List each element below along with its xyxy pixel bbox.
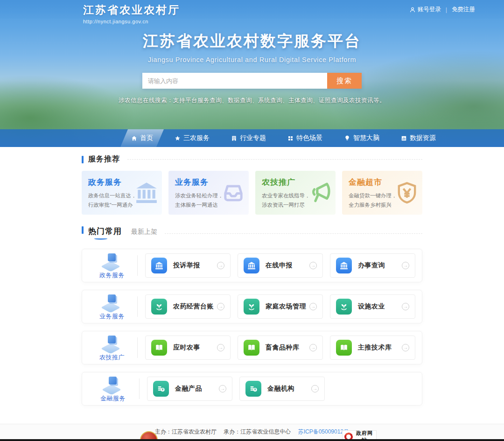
bank-icon	[247, 261, 256, 270]
svg-text:¥: ¥	[254, 388, 256, 391]
service-label: 设施农业	[358, 302, 402, 311]
nav-label: 行业专题	[240, 134, 266, 142]
vertical-divider	[137, 255, 138, 276]
hot-title[interactable]: 热门常用	[88, 226, 122, 240]
nav-label: 智慧大脑	[353, 134, 379, 142]
main-nav: 首页 三农服务 行业专题 特色场景 智慧大脑 数据资源	[0, 129, 504, 147]
bank-icon	[135, 181, 158, 204]
footer-organizer: 承办：江苏省农业信息中心	[224, 428, 291, 435]
search-bar: 搜索	[142, 73, 362, 89]
service-label: 畜禽品种库	[266, 343, 309, 352]
bank-icon	[155, 261, 163, 270]
hot-row-business: 业务服务 农药经营台账 → 家庭农场管理 → 设施农业 →	[82, 290, 422, 323]
category-label: 农技推广	[99, 353, 125, 362]
service-card-declare[interactable]: 在线申报 →	[238, 253, 323, 278]
nav-item-brain[interactable]: 智慧大脑	[333, 129, 390, 147]
footer-line1: 主办：江苏省农业农村厅 承办：江苏省农业信息中心 苏ICP备05009012号	[0, 428, 504, 436]
sprout-icon	[247, 302, 256, 311]
coins-yuan-icon: ¥	[157, 385, 165, 393]
category-finance: 金融服务	[89, 375, 137, 403]
service-card-livestock-db[interactable]: 畜禽品种库 →	[238, 336, 323, 360]
inbox-icon	[222, 181, 245, 204]
arrow-icon: →	[217, 262, 224, 269]
arrow-icon: →	[309, 344, 317, 351]
arrow-icon: →	[309, 262, 317, 269]
service-card-complaint[interactable]: 投诉举报 →	[145, 253, 231, 278]
svg-text:¥: ¥	[162, 388, 164, 391]
home-icon	[131, 135, 137, 141]
service-card-inquiry[interactable]: 办事查询 →	[330, 253, 415, 278]
service-card-family-farm[interactable]: 家庭农场管理 →	[238, 294, 323, 319]
shield-yuan-icon	[395, 181, 419, 204]
promo-card-finance[interactable]: 金融超市 金融贷款一键办理， 全力服务乡村振兴	[342, 171, 422, 215]
vertical-divider	[139, 378, 140, 399]
service-card-facility-agri[interactable]: 设施农业 →	[330, 294, 415, 319]
category-label: 金融服务	[100, 394, 126, 403]
service-label: 农药经营台账	[173, 302, 217, 311]
hot-section-header: 热门常用 最新上架	[82, 226, 422, 240]
book-icon	[155, 343, 163, 352]
nav-item-sannong[interactable]: 三农服务	[164, 129, 220, 147]
arrow-icon: →	[402, 262, 409, 269]
service-card-seasonal-farming[interactable]: 应时农事 →	[145, 336, 231, 360]
promo-card-agritech[interactable]: 农技推广 农业专家在线指导， 涉农资讯一网打尽	[255, 171, 336, 215]
recommend-title: 服务推荐	[88, 154, 120, 164]
nav-label: 首页	[140, 134, 153, 142]
hero-banner: 江苏省农业农村厅 http://nynct.jiangsu.gov.cn 账号登…	[0, 0, 504, 147]
hot-row-agritech: 农技推广 应时农事 → 畜禽品种库 → 主推技术库 →	[82, 331, 422, 364]
arrow-icon: →	[309, 303, 317, 310]
service-card-fin-institutions[interactable]: ¥ 金融机构 →	[239, 377, 325, 401]
megaphone-icon	[308, 181, 332, 205]
service-items: 投诉举报 → 在线申报 → 办事查询 →	[145, 253, 415, 278]
platform-title: 江苏省农业农村数字服务平台	[0, 31, 504, 52]
category-label: 业务服务	[99, 312, 125, 321]
coins-yuan-icon: ¥	[249, 385, 258, 393]
nav-item-home[interactable]: 首页	[120, 129, 164, 147]
government-3d-icon	[101, 252, 123, 271]
service-items: 应时农事 → 畜禽品种库 → 主推技术库 →	[145, 336, 415, 360]
section-accent-bar	[82, 226, 84, 234]
service-label: 投诉举报	[173, 261, 217, 270]
service-label: 应时农事	[173, 343, 217, 352]
service-label: 家庭农场管理	[266, 302, 309, 311]
nav-items: 首页 三农服务 行业专题 特色场景 智慧大脑 数据资源	[120, 129, 447, 147]
promo-card-government[interactable]: 政务服务 政务信息一站直达， 行政审批“一网通办	[82, 171, 162, 215]
category-government: 政务服务	[89, 252, 135, 280]
service-label: 金融机构	[267, 385, 311, 393]
nav-label: 三农服务	[183, 134, 210, 142]
service-label: 金融产品	[175, 385, 219, 393]
nav-item-industry[interactable]: 行业专题	[220, 129, 277, 147]
bottom-edge-strip	[0, 439, 504, 441]
hot-row-government: 政务服务 投诉举报 → 在线申报 → 办事查询 →	[82, 249, 422, 282]
nav-label: 特色场景	[296, 134, 322, 142]
arrow-icon: →	[402, 303, 409, 310]
promo-card-business[interactable]: 业务服务 涉农业务轻松办理， 主体服务一网通达	[168, 171, 249, 215]
building-icon	[231, 135, 237, 141]
search-input[interactable]	[142, 73, 327, 89]
service-card-tech-db[interactable]: 主推技术库 →	[330, 336, 415, 360]
bank-icon	[340, 261, 348, 270]
service-card-fin-products[interactable]: ¥ 金融产品 →	[147, 377, 232, 401]
search-button[interactable]: 搜索	[327, 73, 362, 89]
tab-newest[interactable]: 最新上架	[131, 228, 157, 236]
nav-item-scenes[interactable]: 特色场景	[277, 129, 333, 147]
vertical-divider	[137, 296, 138, 317]
arrow-icon: →	[402, 344, 409, 351]
main-content: 服务推荐 政务服务 政务信息一站直达， 行政审批“一网通办 业务服务 涉农业务轻…	[82, 147, 422, 406]
finance-3d-icon	[102, 375, 124, 394]
service-label: 办事查询	[358, 261, 402, 270]
nav-label: 数据资源	[410, 134, 436, 142]
book-icon	[247, 343, 256, 352]
vertical-divider	[137, 337, 138, 358]
footer-host: 主办：江苏省农业农村厅	[155, 428, 217, 435]
arrow-icon: →	[217, 344, 224, 351]
category-label: 政务服务	[99, 271, 125, 280]
brain-icon	[344, 135, 350, 141]
service-items: ¥ 金融产品 → ¥ 金融机构 →	[147, 377, 415, 401]
service-card-pesticide-ledger[interactable]: 农药经营台账 →	[145, 294, 231, 319]
icp-link[interactable]: 苏ICP备05009012号	[298, 428, 349, 435]
page-footer: 主办：江苏省农业农村厅 承办：江苏省农业信息中心 苏ICP备05009012号 …	[0, 424, 504, 441]
agritech-3d-icon	[101, 334, 123, 353]
nav-item-data[interactable]: 数据资源	[390, 129, 447, 147]
platform-subtitle: Jiangsu Province Agricultural and Rural …	[0, 56, 504, 63]
